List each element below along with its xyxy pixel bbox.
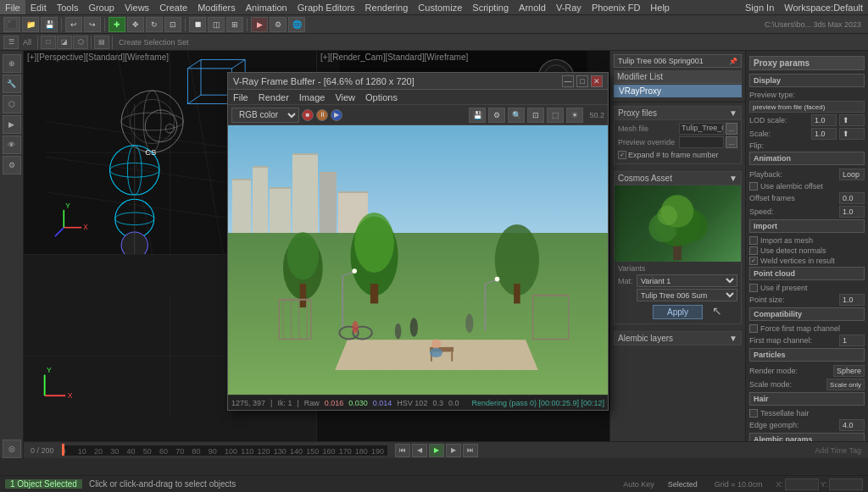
menu-help[interactable]: Help <box>645 0 675 14</box>
use-alembic-checkbox[interactable] <box>749 182 758 191</box>
go-to-start-btn[interactable]: ⏮ <box>395 444 410 457</box>
vray-titlebar[interactable]: V-Ray Frame Buffer - [64.6% of 1280 x 72… <box>228 73 608 90</box>
menu-modifiers[interactable]: Modifiers <box>192 0 241 14</box>
scale-spinner[interactable]: ⬆ <box>839 128 865 140</box>
vray-minimize-btn[interactable]: — <box>562 75 574 87</box>
environment-btn[interactable]: 🌐 <box>288 17 305 32</box>
rotate-btn[interactable]: ↻ <box>146 17 163 32</box>
playback-value[interactable]: Loop <box>839 169 865 180</box>
preview-browse-btn[interactable]: … <box>726 136 737 148</box>
prev-frame-btn[interactable]: ◀ <box>412 444 427 457</box>
variant-select[interactable]: Variant 1 <box>637 274 737 287</box>
move-btn[interactable]: ✥ <box>127 17 144 32</box>
alembic-expand-icon[interactable]: ▼ <box>729 334 737 343</box>
vray-render-btn[interactable]: ▶ <box>331 109 342 121</box>
world-space-btn[interactable]: ◎ <box>3 439 21 458</box>
vray-menu-view[interactable]: View <box>330 90 360 104</box>
mirror-btn[interactable]: ◫ <box>208 17 225 32</box>
preview-override-value[interactable] <box>679 136 724 148</box>
object-pin-icon[interactable]: 📌 <box>729 58 737 65</box>
named-selection-btn[interactable]: ▤ <box>94 36 109 49</box>
sign-in-button[interactable]: Sign In <box>740 0 779 14</box>
modify-icon-btn[interactable]: 🔧 <box>3 75 21 93</box>
menu-scripting[interactable]: Scripting <box>467 0 514 14</box>
vray-maximize-btn[interactable]: □ <box>576 75 588 87</box>
use-if-present-checkbox[interactable] <box>749 284 758 292</box>
menu-group[interactable]: Group <box>83 0 120 14</box>
mesh-file-value[interactable]: Tulip_Tree_056_Spring.vmesh <box>679 123 724 135</box>
menu-vray[interactable]: V-Ray <box>551 0 587 14</box>
menu-views[interactable]: Views <box>120 0 154 14</box>
open-btn[interactable]: 📁 <box>22 17 39 32</box>
display-icon-btn[interactable]: 👁 <box>3 135 21 154</box>
apply-button[interactable]: Apply <box>653 305 703 319</box>
vray-menu-options[interactable]: Options <box>360 90 403 104</box>
import-as-mesh-checkbox[interactable] <box>749 236 758 245</box>
align-btn[interactable]: ⊞ <box>226 17 243 32</box>
go-to-end-btn[interactable]: ⏭ <box>463 444 478 457</box>
motion-icon-btn[interactable]: ▶ <box>3 115 21 134</box>
utilities-icon-btn[interactable]: ⚙ <box>3 156 21 174</box>
menu-customize[interactable]: Customize <box>413 0 467 14</box>
vray-exposure-btn[interactable]: ☀ <box>566 108 583 123</box>
menu-arnold[interactable]: Arnold <box>514 0 551 14</box>
select-btn[interactable]: ✚ <box>108 17 125 32</box>
timeline-playhead[interactable] <box>62 444 64 456</box>
render-setup-btn[interactable]: ⚙ <box>270 17 287 32</box>
menu-file[interactable]: File <box>0 0 25 14</box>
auto-key-btn[interactable]: Auto Key <box>620 480 658 489</box>
vray-zoom-btn[interactable]: 🔍 <box>508 108 525 123</box>
y-value[interactable] <box>829 478 863 490</box>
tessellate-checkbox[interactable] <box>749 409 758 417</box>
vray-stop-btn[interactable]: ■ <box>302 109 314 121</box>
workspace-selector[interactable]: Workspace: Default <box>779 0 868 14</box>
scale-value[interactable]: 1.0 <box>811 128 837 140</box>
vray-save-btn[interactable]: 💾 <box>469 108 486 123</box>
hierarchy-icon-btn[interactable]: ⬡ <box>3 95 21 113</box>
vray-menu-file[interactable]: File <box>228 90 253 104</box>
scale-btn[interactable]: ⊡ <box>164 17 181 32</box>
offset-value[interactable]: 0.0 <box>839 192 865 204</box>
create-icon-btn[interactable]: ⊕ <box>3 54 21 73</box>
x-value[interactable] <box>785 478 819 490</box>
preview-type-value[interactable]: preview from file (faced) <box>749 101 865 113</box>
next-frame-btn[interactable]: ▶ <box>446 444 461 457</box>
new-file-btn[interactable]: ⬛ <box>3 17 20 32</box>
speed-value[interactable]: 1.0 <box>839 206 865 218</box>
snap-btn[interactable]: 🔲 <box>189 17 206 32</box>
save-btn[interactable]: 💾 <box>41 17 58 32</box>
vray-menu-image[interactable]: Image <box>294 90 331 104</box>
render-mode-value[interactable]: Sphere <box>833 365 865 377</box>
menu-graph-editors[interactable]: Graph Editors <box>292 0 360 14</box>
force-first-map-checkbox[interactable] <box>749 324 758 333</box>
vray-close-btn[interactable]: ✕ <box>591 75 603 87</box>
menu-create[interactable]: Create <box>154 0 192 14</box>
render-btn[interactable]: ▶ <box>251 17 268 32</box>
menu-rendering[interactable]: Rendering <box>360 0 414 14</box>
vray-reset-btn[interactable]: ⊡ <box>527 108 544 123</box>
menu-edit[interactable]: Edit <box>25 0 52 14</box>
add-time-tag-btn[interactable]: Add Time Tag <box>811 446 865 455</box>
selection-btn[interactable]: □ <box>41 36 56 49</box>
menu-phoenix[interactable]: Phoenix FD <box>587 0 645 14</box>
scale-mode-value[interactable]: Scale only <box>826 379 865 390</box>
proxy-collapse-icon[interactable]: ▼ <box>729 108 737 118</box>
menu-tools[interactable]: Tools <box>52 0 84 14</box>
edge-geom-value[interactable]: 4.0 <box>839 419 865 431</box>
paint-select-btn[interactable]: ⬡ <box>73 36 88 49</box>
mesh-file-browse-btn[interactable]: … <box>726 123 737 135</box>
lod-scale-spinner[interactable]: ⬆ <box>839 114 865 126</box>
timeline-track[interactable]: 0 10 20 30 40 50 60 70 80 90 100 110 120… <box>61 445 389 456</box>
play-btn[interactable]: ▶ <box>429 444 444 457</box>
vray-menu-render[interactable]: Render <box>253 90 294 104</box>
update-normals-checkbox[interactable] <box>749 246 758 255</box>
first-map-value[interactable]: 1 <box>839 334 865 346</box>
redo-btn[interactable]: ↪ <box>84 17 101 32</box>
weld-checkbox[interactable]: ✓ <box>749 257 758 265</box>
menu-animation[interactable]: Animation <box>241 0 292 14</box>
point-size-value[interactable]: 1.0 <box>839 294 865 306</box>
select-filter-btn[interactable]: ☰ <box>3 36 19 49</box>
lod-scale-value[interactable]: 1.0 <box>811 114 837 126</box>
cosmos-collapse-icon[interactable]: ▼ <box>729 174 737 183</box>
expand-checkbox[interactable]: ✓ <box>618 151 626 159</box>
